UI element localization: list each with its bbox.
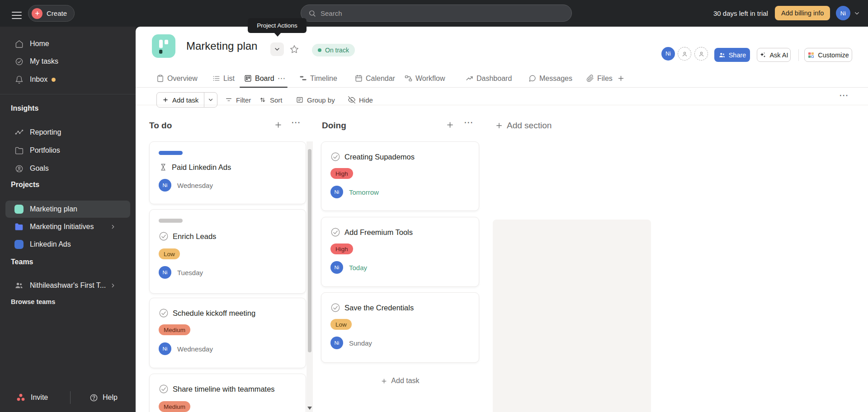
sidebar-item-marketing-initiatives[interactable]: Marketing Initiatives bbox=[5, 218, 130, 235]
check-circle-icon[interactable] bbox=[159, 308, 169, 318]
share-button[interactable]: Share bbox=[714, 48, 750, 62]
line-chart-icon bbox=[14, 128, 24, 137]
hourglass-icon[interactable] bbox=[159, 163, 168, 172]
assignee-avatar[interactable]: Ni bbox=[330, 261, 343, 274]
add-billing-info-button[interactable]: Add billing info bbox=[775, 6, 830, 20]
scrollbar-down-arrow-icon[interactable] bbox=[307, 407, 312, 410]
search-input[interactable] bbox=[321, 9, 564, 17]
create-button[interactable]: Create bbox=[28, 5, 75, 22]
empty-avatar-placeholder[interactable] bbox=[694, 47, 708, 61]
tab-label: Messages bbox=[539, 75, 572, 83]
assignee-avatar[interactable]: Ni bbox=[159, 179, 171, 192]
browse-teams-link[interactable]: Browse teams bbox=[11, 298, 55, 305]
column-title-todo[interactable]: To do bbox=[149, 121, 172, 131]
column-add-task-icon[interactable] bbox=[446, 121, 454, 129]
add-tab-button[interactable] bbox=[617, 69, 625, 88]
sidebar-divider bbox=[0, 94, 136, 94]
user-avatar[interactable]: Ni bbox=[836, 6, 850, 20]
sidebar-item-inbox[interactable]: Inbox bbox=[5, 71, 130, 88]
star-favorite-icon[interactable] bbox=[289, 44, 299, 54]
task-card[interactable]: Enrich Leads Low Ni Tuesday bbox=[149, 209, 306, 294]
column-add-task-icon[interactable] bbox=[274, 121, 283, 129]
check-circle-icon[interactable] bbox=[330, 152, 340, 162]
search-bar[interactable] bbox=[301, 5, 572, 22]
column-overflow-dots-icon[interactable]: ⋯ bbox=[464, 117, 474, 128]
tab-options-dots-icon[interactable]: ⋯ bbox=[278, 74, 286, 83]
ask-ai-button[interactable]: Ask AI bbox=[757, 48, 791, 62]
column-overflow-dots-icon[interactable]: ⋯ bbox=[291, 117, 302, 128]
member-avatar[interactable]: Ni bbox=[661, 47, 675, 61]
tab-files[interactable]: Files bbox=[586, 69, 613, 88]
project-actions-tooltip: Project Actions bbox=[248, 18, 307, 33]
assignee-avatar[interactable]: Ni bbox=[159, 342, 171, 355]
task-card[interactable]: Schedule kickoff meeting Medium Ni Wedne… bbox=[149, 298, 306, 368]
folder-icon bbox=[14, 146, 24, 155]
task-card[interactable]: Paid Linkedin Ads Ni Wednesday bbox=[149, 141, 306, 204]
tab-list[interactable]: List bbox=[212, 69, 235, 88]
sidebar-item-home[interactable]: Home bbox=[5, 35, 130, 52]
priority-badge[interactable]: Medium bbox=[159, 324, 190, 335]
check-circle-icon[interactable] bbox=[330, 227, 340, 237]
plus-icon bbox=[32, 8, 42, 19]
plus-icon bbox=[381, 378, 387, 384]
tab-workflow[interactable]: Workflow bbox=[405, 69, 445, 88]
plus-icon bbox=[162, 97, 169, 103]
task-card[interactable]: Add Freemium Tools High Ni Today bbox=[321, 217, 479, 287]
chevron-right-icon[interactable] bbox=[108, 282, 118, 289]
help-button[interactable]: Help bbox=[90, 390, 118, 405]
sidebar-item-label: Nithileashwar's First T... bbox=[30, 281, 106, 290]
sidebar-item-my-tasks[interactable]: My tasks bbox=[5, 53, 130, 70]
plus-icon bbox=[495, 122, 503, 130]
task-card[interactable]: Share timeline with teammates Medium bbox=[149, 374, 306, 412]
sidebar-item-portfolios[interactable]: Portfolios bbox=[5, 142, 130, 159]
priority-badge[interactable]: Low bbox=[159, 248, 180, 259]
tab-dashboard[interactable]: Dashboard bbox=[466, 69, 512, 88]
check-circle-icon[interactable] bbox=[159, 384, 169, 394]
priority-badge[interactable]: Medium bbox=[159, 401, 190, 412]
assignee-avatar[interactable]: Ni bbox=[330, 186, 343, 198]
tab-calendar[interactable]: Calendar bbox=[355, 69, 395, 88]
priority-badge[interactable]: Low bbox=[330, 319, 352, 330]
tab-timeline[interactable]: Timeline bbox=[299, 69, 337, 88]
tab-messages[interactable]: Messages bbox=[528, 69, 572, 88]
toolbar-overflow-dots-icon[interactable]: ⋯ bbox=[839, 90, 849, 101]
check-circle-icon[interactable] bbox=[330, 303, 340, 313]
customize-button[interactable]: Customize bbox=[804, 48, 852, 62]
task-card[interactable]: Creating Supademos High Ni Tomorrow bbox=[321, 141, 479, 211]
tab-board[interactable]: Board ⋯ bbox=[244, 69, 286, 88]
sidebar-item-marketing-plan[interactable]: Marketing plan bbox=[5, 201, 130, 218]
tab-label: Overview bbox=[167, 75, 198, 83]
column-title-doing[interactable]: Doing bbox=[322, 121, 346, 131]
priority-badge[interactable]: High bbox=[330, 243, 353, 254]
invite-button[interactable]: Invite bbox=[16, 390, 48, 405]
tab-overview[interactable]: Overview bbox=[156, 69, 198, 88]
priority-badge[interactable]: High bbox=[330, 168, 353, 179]
project-actions-chevron-button[interactable] bbox=[270, 42, 284, 56]
calendar-icon bbox=[355, 75, 363, 82]
check-circle-icon[interactable] bbox=[159, 231, 169, 241]
sidebar-item-goals[interactable]: Goals bbox=[5, 160, 130, 177]
add-section-button[interactable]: Add section bbox=[495, 120, 552, 131]
sort-label: Sort bbox=[270, 96, 283, 104]
new-section-placeholder bbox=[493, 220, 651, 412]
add-task-link-label: Add task bbox=[391, 377, 419, 385]
assignee-avatar[interactable]: Ni bbox=[330, 337, 343, 349]
status-badge[interactable]: On track bbox=[312, 44, 355, 56]
sidebar-item-reporting[interactable]: Reporting bbox=[5, 124, 130, 141]
column-add-task-link[interactable]: Add task bbox=[321, 374, 479, 388]
footer-divider bbox=[70, 391, 71, 404]
search-icon bbox=[308, 9, 316, 17]
empty-avatar-placeholder[interactable] bbox=[678, 47, 691, 61]
account-chevron-down-icon[interactable] bbox=[854, 10, 860, 17]
sidebar-item-linkedin-ads[interactable]: Linkedin Ads bbox=[5, 236, 130, 253]
filter-icon bbox=[225, 96, 232, 103]
task-title: Add Freemium Tools bbox=[344, 228, 413, 237]
tooltip-text: Project Actions bbox=[257, 22, 297, 29]
chevron-right-icon[interactable] bbox=[108, 224, 118, 230]
assignee-avatar[interactable]: Ni bbox=[159, 266, 171, 279]
task-card[interactable]: Save the Credentials Low Ni Sunday bbox=[321, 292, 479, 363]
sidebar-item-team[interactable]: Nithileashwar's First T... bbox=[5, 277, 130, 294]
hamburger-menu-icon[interactable] bbox=[12, 9, 22, 21]
scrollbar-thumb[interactable] bbox=[308, 149, 311, 352]
column-scrollbar[interactable] bbox=[307, 141, 313, 412]
